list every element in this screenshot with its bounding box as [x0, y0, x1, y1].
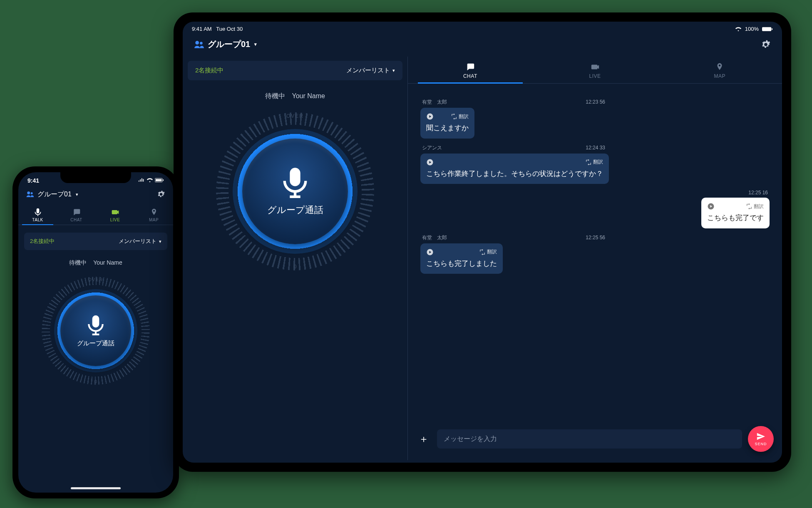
translate-button[interactable]: 翻訳: [451, 113, 469, 120]
svg-rect-2: [163, 179, 164, 181]
phone-notch: [60, 172, 131, 183]
home-indicator[interactable]: [71, 487, 121, 489]
member-list-button[interactable]: メンバーリスト ▾: [119, 238, 161, 245]
message-sender: 有堂 太郎: [422, 99, 447, 106]
talk-button[interactable]: グループ通話: [242, 139, 348, 244]
zero-label: 0: [94, 379, 97, 384]
chevron-down-icon: ▾: [392, 68, 395, 73]
group-selector[interactable]: グループ01 ▾: [194, 39, 257, 50]
tablet-tabs: CHAT LIVE MAP: [408, 57, 782, 84]
chevron-down-icon: ▾: [254, 42, 257, 47]
svg-rect-1: [156, 179, 162, 181]
tab-talk-label: TALK: [32, 218, 43, 222]
tablet-status-right: 100%: [735, 26, 773, 32]
phone-header: グループ01 ▾: [18, 184, 173, 205]
your-name: Your Name: [292, 92, 325, 99]
svg-point-4: [31, 192, 33, 194]
tablet-body: 2名接続中 メンバーリスト ▾ 待機中 Your Name OVER 0: [183, 57, 782, 460]
connection-count: 2名接続中: [195, 67, 223, 74]
play-button[interactable]: [707, 203, 715, 210]
tab-map[interactable]: MAP: [134, 205, 173, 225]
message-bubble-me: 翻訳こちらも完了です: [701, 198, 770, 228]
message-text: こちらも完了です: [707, 213, 764, 223]
tab-chat-label: CHAT: [463, 73, 477, 79]
message-time: 12:24 33: [586, 145, 605, 151]
over-label: OVER: [88, 278, 103, 282]
talk-panel: 2名接続中 メンバーリスト ▾ 待機中 Your Name OVER 0: [183, 57, 407, 460]
svg-point-7: [195, 41, 199, 45]
svg-point-8: [200, 42, 203, 45]
tab-live-label: LIVE: [589, 73, 601, 79]
message-meta: 12:25 16: [422, 190, 768, 196]
composer: ＋ SEND: [408, 421, 782, 460]
message-meta: シアンス12:24 33: [422, 144, 605, 151]
talk-button-label: グループ通話: [77, 339, 114, 347]
send-icon: [756, 432, 765, 441]
settings-button[interactable]: [156, 190, 166, 199]
connection-bar: 2名接続中 メンバーリスト ▾: [188, 61, 402, 80]
wait-state: 待機中: [69, 259, 87, 266]
play-button[interactable]: [426, 113, 434, 120]
tablet-header: グループ01 ▾: [183, 35, 782, 57]
member-list-button[interactable]: メンバーリスト ▾: [346, 67, 395, 74]
message-sender: シアンス: [422, 144, 442, 151]
message-meta: 有堂 太郎12:23 56: [422, 99, 605, 106]
phone-status-indicators: [138, 177, 164, 184]
tab-chat[interactable]: CHAT: [408, 57, 533, 83]
tab-map-label: MAP: [149, 218, 159, 222]
message-time: 12:25 56: [586, 235, 605, 240]
tab-live[interactable]: LIVE: [533, 57, 658, 83]
talk-button[interactable]: グループ通話: [60, 295, 131, 366]
talk-dial: OVER 0 グループ通話: [216, 112, 374, 270]
send-button[interactable]: SEND: [748, 426, 774, 452]
group-name: グループ01: [37, 190, 72, 199]
tab-map[interactable]: MAP: [657, 57, 782, 83]
group-selector[interactable]: グループ01 ▾: [26, 190, 78, 199]
chevron-down-icon: ▾: [76, 192, 78, 197]
translate-button[interactable]: 翻訳: [746, 203, 764, 210]
message-text: こちら作業終了しました。そちらの状況はどうですか？: [426, 169, 603, 179]
message-time: 12:25 16: [748, 190, 768, 196]
message-text: こちらも完了しました: [426, 258, 497, 269]
message-bubble-other: 翻訳こちらも完了しました: [420, 243, 503, 274]
tab-talk[interactable]: TALK: [18, 205, 57, 225]
play-button[interactable]: [426, 248, 434, 256]
phone-screen: 9:41 グループ01 ▾ TALK CHAT: [18, 172, 173, 493]
phone-frame: 9:41 グループ01 ▾ TALK CHAT: [12, 166, 179, 498]
tab-live[interactable]: LIVE: [96, 205, 134, 225]
tab-map-label: MAP: [714, 73, 725, 79]
status-line: 待機中 Your Name: [18, 259, 173, 267]
group-name: グループ01: [208, 39, 250, 50]
tablet-screen: 9:41 AM Tue Oct 30 100% グループ01 ▾ 2名接続中: [183, 22, 782, 463]
message-bubble-other: 翻訳こちら作業終了しました。そちらの状況はどうですか？: [420, 154, 609, 184]
talk-dial: OVER 0 グループ通話: [42, 277, 150, 385]
svg-rect-6: [772, 28, 772, 30]
tab-chat[interactable]: CHAT: [57, 205, 96, 225]
wait-state: 待機中: [265, 92, 285, 99]
over-label: OVER: [286, 113, 304, 119]
message-bubble-other: 翻訳聞こえますか: [420, 108, 474, 139]
attach-button[interactable]: ＋: [416, 431, 431, 446]
translate-button[interactable]: 翻訳: [586, 159, 603, 166]
your-name: Your Name: [93, 259, 122, 266]
battery-label: 100%: [745, 26, 759, 32]
settings-button[interactable]: [760, 39, 771, 50]
status-line: 待機中 Your Name: [265, 92, 325, 101]
svg-point-3: [27, 191, 30, 194]
message-meta: 有堂 太郎12:25 56: [422, 234, 605, 241]
message-input[interactable]: [437, 429, 742, 449]
member-list-label: メンバーリスト: [119, 238, 156, 245]
zero-label: 0: [294, 264, 297, 270]
member-list-label: メンバーリスト: [346, 67, 390, 74]
talk-button-label: グループ通話: [267, 204, 323, 216]
tablet-frame: 9:41 AM Tue Oct 30 100% グループ01 ▾ 2名接続中: [174, 12, 791, 472]
phone-status-time: 9:41: [27, 177, 39, 184]
connection-count: 2名接続中: [30, 238, 55, 245]
translate-button[interactable]: 翻訳: [479, 248, 497, 255]
connection-bar: 2名接続中 メンバーリスト ▾: [24, 233, 167, 250]
tab-live-label: LIVE: [110, 218, 120, 222]
message-time: 12:23 56: [586, 99, 605, 105]
play-button[interactable]: [426, 159, 434, 166]
chat-panel: CHAT LIVE MAP 有堂 太郎12:23 56翻訳聞こえますかシアンス1…: [407, 57, 782, 460]
chat-scroll[interactable]: 有堂 太郎12:23 56翻訳聞こえますかシアンス12:24 33翻訳こちら作業…: [408, 84, 782, 421]
